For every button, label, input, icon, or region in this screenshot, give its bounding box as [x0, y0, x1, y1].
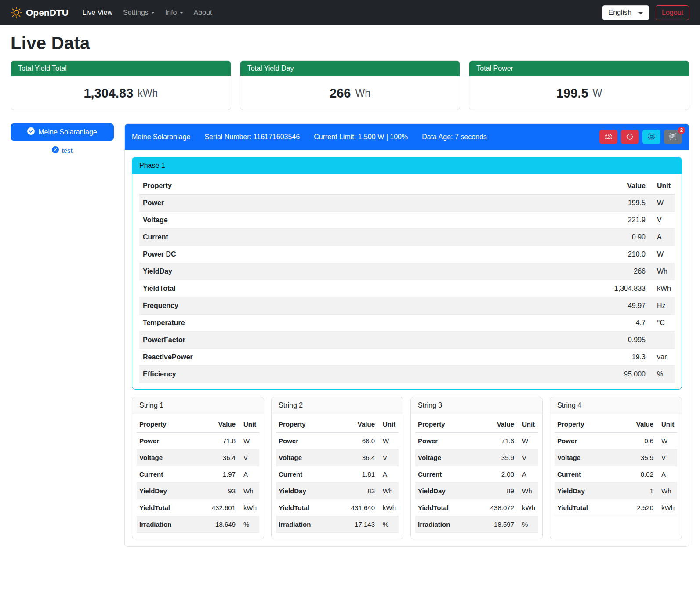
value-cell: 18.597	[472, 516, 517, 533]
string-card-title: String 4	[550, 397, 682, 414]
strings-row: String 1PropertyValueUnitPower71.8WVolta…	[132, 397, 682, 539]
property-cell: Temperature	[139, 315, 444, 332]
value-cell: 0.90	[444, 229, 649, 246]
summary-card-body: 266Wh	[240, 76, 460, 110]
page-title: Live Data	[11, 33, 689, 53]
column-header: Unit	[517, 416, 538, 433]
inverter-sidebar: Meine Solaranlage test	[11, 123, 114, 155]
inverter-panel-header: Meine Solaranlage Serial Number: 1161716…	[125, 124, 689, 150]
table-row: YieldDay1Wh	[555, 483, 677, 499]
string-card-title: String 3	[411, 397, 542, 414]
cpu-icon	[648, 133, 655, 141]
sidebar-item-test[interactable]: test	[11, 146, 114, 155]
value-cell: 0.02	[617, 466, 656, 483]
property-cell: Power	[415, 433, 472, 449]
table-row: Current2.00A	[415, 466, 538, 483]
property-cell: Voltage	[139, 212, 444, 229]
column-header: Unit	[377, 416, 399, 433]
table-row: Voltage36.4V	[276, 449, 399, 466]
table-row: Current0.02A	[555, 466, 677, 483]
journal-icon	[669, 133, 677, 141]
column-header: Property	[139, 177, 444, 195]
table-row: Frequency49.97Hz	[139, 297, 675, 315]
table-row: Power66.0W	[276, 433, 399, 449]
brand-title: OpenDTU	[26, 7, 69, 18]
summary-card: Total Power199.5W	[469, 60, 689, 110]
column-header: Value	[472, 416, 517, 433]
summary-cards: Total Yield Total1,304.83kWhTotal Yield …	[11, 60, 689, 110]
property-cell: Irradiation	[137, 516, 194, 533]
summary-card-title: Total Power	[469, 61, 689, 76]
property-cell: YieldTotal	[137, 499, 194, 516]
nav-item-settings[interactable]: Settings	[119, 5, 159, 20]
table-row: YieldTotal2.520kWh	[555, 499, 677, 516]
string-card: String 2PropertyValueUnitPower66.0WVolta…	[271, 397, 403, 539]
value-cell: 36.4	[333, 449, 377, 466]
table-row: Current1.97A	[137, 466, 259, 483]
power-button[interactable]	[621, 130, 639, 144]
unit-cell: A	[649, 229, 675, 246]
unit-cell: kWh	[656, 499, 677, 516]
nav-item-about[interactable]: About	[189, 5, 217, 20]
brand[interactable]: OpenDTU	[11, 7, 69, 18]
unit-cell: W	[649, 246, 675, 263]
table-row: YieldTotal438.072kWh	[415, 499, 538, 516]
string-card-title: String 1	[132, 397, 264, 414]
table-row: YieldTotal1,304.833kWh	[139, 280, 675, 297]
sidebar-item-label: Meine Solaranlage	[38, 128, 97, 136]
unit-cell: W	[656, 433, 677, 449]
nav-links: Live ViewSettingsInfoAbout	[78, 5, 602, 20]
value-cell: 83	[333, 483, 377, 499]
column-header: Property	[555, 416, 617, 433]
value-cell: 2.00	[472, 466, 517, 483]
value-cell: 18.649	[194, 516, 238, 533]
unit-cell: %	[377, 516, 399, 533]
table-row: YieldDay93Wh	[137, 483, 259, 499]
language-select[interactable]: English	[602, 5, 649, 20]
table-row: Power DC210.0W	[139, 246, 675, 263]
summary-card-body: 199.5W	[469, 76, 689, 110]
table-row: YieldTotal431.640kWh	[276, 499, 399, 516]
unit-cell: °C	[649, 315, 675, 332]
unit-cell: V	[649, 212, 675, 229]
unit-cell: A	[238, 466, 259, 483]
property-cell: Frequency	[139, 297, 444, 315]
nav-item-live-view[interactable]: Live View	[78, 5, 117, 20]
table-header-row: PropertyValueUnit	[555, 416, 677, 433]
property-cell: Power	[276, 433, 333, 449]
table-row: Voltage36.4V	[137, 449, 259, 466]
unit-cell: %	[238, 516, 259, 533]
unit-cell: %	[517, 516, 538, 533]
string-card: String 4PropertyValueUnitPower0.6WVoltag…	[550, 397, 682, 539]
property-cell: Irradiation	[276, 516, 333, 533]
property-cell: Power	[139, 195, 444, 212]
summary-card: Total Yield Day266Wh	[240, 60, 461, 110]
summary-card-value: 266	[330, 86, 351, 101]
property-cell: ReactivePower	[139, 349, 444, 366]
property-cell: PowerFactor	[139, 332, 444, 349]
table-row: Efficiency95.000%	[139, 366, 675, 383]
table-row: YieldDay83Wh	[276, 483, 399, 499]
data-table: PropertyValueUnitPower66.0WVoltage36.4VC…	[276, 416, 399, 533]
string-card-body: PropertyValueUnitPower66.0WVoltage36.4VC…	[272, 414, 403, 539]
sidebar-item-meine-solaranlage[interactable]: Meine Solaranlage	[11, 123, 114, 141]
column-header: Value	[444, 177, 649, 195]
value-cell: 36.4	[194, 449, 238, 466]
string-card: String 1PropertyValueUnitPower71.8WVolta…	[132, 397, 264, 539]
string-card-title: String 2	[272, 397, 403, 414]
string-card-body: PropertyValueUnitPower71.8WVoltage36.4VC…	[132, 414, 264, 539]
value-cell: 19.3	[444, 349, 649, 366]
limit-settings-button[interactable]	[599, 130, 617, 144]
device-info-button[interactable]	[642, 130, 660, 144]
table-row: Voltage35.9V	[555, 449, 677, 466]
logout-button[interactable]: Logout	[656, 5, 689, 20]
table-header-row: PropertyValueUnit	[137, 416, 259, 433]
unit-cell: W	[649, 195, 675, 212]
column-header: Unit	[656, 416, 677, 433]
event-log-button[interactable]: 2	[664, 130, 682, 144]
table-row: PowerFactor0.995	[139, 332, 675, 349]
property-cell: Voltage	[276, 449, 333, 466]
nav-item-info[interactable]: Info	[161, 5, 188, 20]
column-header: Unit	[238, 416, 259, 433]
gauge-icon	[605, 133, 612, 141]
